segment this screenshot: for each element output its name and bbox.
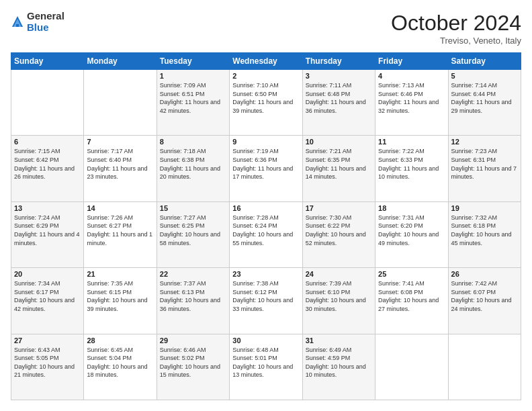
calendar-day-6: 6Sunrise: 7:15 AM Sunset: 6:42 PM Daylig… <box>11 136 84 201</box>
day-number: 13 <box>14 204 81 212</box>
calendar-day-19: 19Sunrise: 7:32 AM Sunset: 6:18 PM Dayli… <box>448 201 521 267</box>
calendar-day-26: 26Sunrise: 7:42 AM Sunset: 6:07 PM Dayli… <box>448 268 521 334</box>
day-info: Sunrise: 7:09 AM Sunset: 6:51 PM Dayligh… <box>160 81 226 115</box>
day-number: 24 <box>306 270 372 278</box>
calendar-day-4: 4Sunrise: 7:13 AM Sunset: 6:46 PM Daylig… <box>375 70 448 136</box>
calendar-day-17: 17Sunrise: 7:30 AM Sunset: 6:22 PM Dayli… <box>302 201 375 267</box>
calendar-day-7: 7Sunrise: 7:17 AM Sunset: 6:40 PM Daylig… <box>84 136 157 201</box>
day-info: Sunrise: 7:28 AM Sunset: 6:24 PM Dayligh… <box>232 214 299 247</box>
calendar-day-12: 12Sunrise: 7:23 AM Sunset: 6:31 PM Dayli… <box>448 136 521 201</box>
logo-blue: Blue <box>27 22 64 34</box>
day-number: 28 <box>87 336 153 345</box>
day-info: Sunrise: 7:37 AM Sunset: 6:13 PM Dayligh… <box>160 279 226 313</box>
calendar-day-25: 25Sunrise: 7:41 AM Sunset: 6:08 PM Dayli… <box>375 268 448 334</box>
day-number: 8 <box>160 138 226 146</box>
calendar-day-9: 9Sunrise: 7:19 AM Sunset: 6:36 PM Daylig… <box>230 136 302 201</box>
calendar-day-28: 28Sunrise: 6:45 AM Sunset: 5:04 PM Dayli… <box>84 334 157 400</box>
day-info: Sunrise: 7:17 AM Sunset: 6:40 PM Dayligh… <box>87 147 153 181</box>
day-number: 19 <box>451 204 518 212</box>
day-info: Sunrise: 6:45 AM Sunset: 5:04 PM Dayligh… <box>87 346 153 379</box>
calendar-day-22: 22Sunrise: 7:37 AM Sunset: 6:13 PM Dayli… <box>157 268 229 334</box>
calendar-day-27: 27Sunrise: 6:43 AM Sunset: 5:05 PM Dayli… <box>11 334 84 400</box>
day-number: 14 <box>87 204 153 212</box>
calendar-day-21: 21Sunrise: 7:35 AM Sunset: 6:15 PM Dayli… <box>84 268 157 334</box>
day-number: 25 <box>378 270 445 278</box>
logo: General Blue <box>11 11 64 33</box>
calendar-day-15: 15Sunrise: 7:27 AM Sunset: 6:25 PM Dayli… <box>157 201 229 267</box>
calendar-day-2: 2Sunrise: 7:10 AM Sunset: 6:50 PM Daylig… <box>230 70 302 136</box>
day-info: Sunrise: 7:15 AM Sunset: 6:42 PM Dayligh… <box>14 147 81 181</box>
day-info: Sunrise: 7:26 AM Sunset: 6:27 PM Dayligh… <box>87 214 153 247</box>
calendar-day-20: 20Sunrise: 7:34 AM Sunset: 6:17 PM Dayli… <box>11 268 84 334</box>
day-info: Sunrise: 7:13 AM Sunset: 6:46 PM Dayligh… <box>378 81 445 115</box>
day-info: Sunrise: 7:22 AM Sunset: 6:33 PM Dayligh… <box>378 147 445 181</box>
day-number: 21 <box>87 270 153 278</box>
day-number: 16 <box>232 204 299 212</box>
calendar-day-24: 24Sunrise: 7:39 AM Sunset: 6:10 PM Dayli… <box>302 268 375 334</box>
day-number: 26 <box>451 270 518 278</box>
day-number: 4 <box>378 72 445 80</box>
day-number: 3 <box>306 72 372 80</box>
calendar-day-5: 5Sunrise: 7:14 AM Sunset: 6:44 PM Daylig… <box>448 70 521 136</box>
calendar-header-monday: Monday <box>84 53 157 70</box>
day-number: 6 <box>14 138 81 146</box>
day-number: 17 <box>306 204 372 212</box>
calendar-header-row: SundayMondayTuesdayWednesdayThursdayFrid… <box>11 53 521 70</box>
calendar-day-11: 11Sunrise: 7:22 AM Sunset: 6:33 PM Dayli… <box>375 136 448 201</box>
calendar-header-tuesday: Tuesday <box>157 53 229 70</box>
day-number: 12 <box>451 138 518 146</box>
day-info: Sunrise: 7:21 AM Sunset: 6:35 PM Dayligh… <box>306 147 372 181</box>
empty-cell <box>448 334 521 400</box>
calendar-header-friday: Friday <box>375 53 448 70</box>
calendar-week-4: 20Sunrise: 7:34 AM Sunset: 6:17 PM Dayli… <box>11 268 521 334</box>
day-info: Sunrise: 7:42 AM Sunset: 6:07 PM Dayligh… <box>451 279 518 313</box>
day-info: Sunrise: 7:31 AM Sunset: 6:20 PM Dayligh… <box>378 214 445 247</box>
day-number: 2 <box>232 72 299 80</box>
day-number: 1 <box>160 72 226 80</box>
calendar-header-sunday: Sunday <box>11 53 84 70</box>
day-number: 18 <box>378 204 445 212</box>
day-info: Sunrise: 7:19 AM Sunset: 6:36 PM Dayligh… <box>232 147 299 181</box>
day-info: Sunrise: 6:49 AM Sunset: 4:59 PM Dayligh… <box>306 346 372 379</box>
month-title: October 2024 <box>391 11 521 36</box>
logo-text: General Blue <box>27 11 64 33</box>
calendar-day-10: 10Sunrise: 7:21 AM Sunset: 6:35 PM Dayli… <box>302 136 375 201</box>
day-number: 20 <box>14 270 81 278</box>
day-info: Sunrise: 7:10 AM Sunset: 6:50 PM Dayligh… <box>232 81 299 115</box>
header: General Blue October 2024 Treviso, Venet… <box>11 11 521 46</box>
day-info: Sunrise: 7:23 AM Sunset: 6:31 PM Dayligh… <box>451 147 518 181</box>
page: General Blue October 2024 Treviso, Venet… <box>0 0 532 411</box>
calendar-day-16: 16Sunrise: 7:28 AM Sunset: 6:24 PM Dayli… <box>230 201 302 267</box>
calendar-header-saturday: Saturday <box>448 53 521 70</box>
calendar-day-14: 14Sunrise: 7:26 AM Sunset: 6:27 PM Dayli… <box>84 201 157 267</box>
calendar-header-thursday: Thursday <box>302 53 375 70</box>
day-info: Sunrise: 7:35 AM Sunset: 6:15 PM Dayligh… <box>87 279 153 313</box>
calendar-day-31: 31Sunrise: 6:49 AM Sunset: 4:59 PM Dayli… <box>302 334 375 400</box>
calendar-week-5: 27Sunrise: 6:43 AM Sunset: 5:05 PM Dayli… <box>11 334 521 400</box>
day-number: 9 <box>232 138 299 146</box>
day-info: Sunrise: 6:43 AM Sunset: 5:05 PM Dayligh… <box>14 346 81 379</box>
day-info: Sunrise: 7:14 AM Sunset: 6:44 PM Dayligh… <box>451 81 518 115</box>
day-info: Sunrise: 6:46 AM Sunset: 5:02 PM Dayligh… <box>160 346 226 379</box>
empty-cell <box>84 70 157 136</box>
empty-cell <box>11 70 84 136</box>
day-info: Sunrise: 7:11 AM Sunset: 6:48 PM Dayligh… <box>306 81 372 115</box>
day-info: Sunrise: 6:48 AM Sunset: 5:01 PM Dayligh… <box>232 346 299 379</box>
day-number: 23 <box>232 270 299 278</box>
title-block: October 2024 Treviso, Veneto, Italy <box>391 11 521 46</box>
day-info: Sunrise: 7:27 AM Sunset: 6:25 PM Dayligh… <box>160 214 226 247</box>
empty-cell <box>375 334 448 400</box>
day-info: Sunrise: 7:38 AM Sunset: 6:12 PM Dayligh… <box>232 279 299 313</box>
day-number: 27 <box>14 336 81 345</box>
calendar-week-1: 1Sunrise: 7:09 AM Sunset: 6:51 PM Daylig… <box>11 70 521 136</box>
day-info: Sunrise: 7:32 AM Sunset: 6:18 PM Dayligh… <box>451 214 518 247</box>
calendar-week-3: 13Sunrise: 7:24 AM Sunset: 6:29 PM Dayli… <box>11 201 521 267</box>
logo-general: General <box>27 11 64 22</box>
day-number: 7 <box>87 138 153 146</box>
calendar-table: SundayMondayTuesdayWednesdayThursdayFrid… <box>11 52 521 400</box>
day-info: Sunrise: 7:24 AM Sunset: 6:29 PM Dayligh… <box>14 214 81 247</box>
day-info: Sunrise: 7:34 AM Sunset: 6:17 PM Dayligh… <box>14 279 81 313</box>
day-number: 29 <box>160 336 226 345</box>
day-info: Sunrise: 7:18 AM Sunset: 6:38 PM Dayligh… <box>160 147 226 181</box>
day-info: Sunrise: 7:39 AM Sunset: 6:10 PM Dayligh… <box>306 279 372 313</box>
